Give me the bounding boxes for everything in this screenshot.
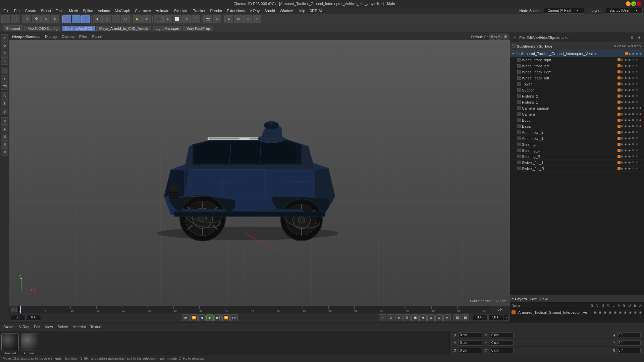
- menu-volume[interactable]: Volume: [96, 8, 112, 13]
- layers-menu-icon[interactable]: ≡: [512, 297, 514, 301]
- item-x-16[interactable]: ✕: [636, 155, 639, 158]
- lc-d[interactable]: ◉: [628, 311, 633, 314]
- item-v-10[interactable]: ◉: [621, 119, 624, 122]
- lt-s2[interactable]: S: [1, 100, 8, 107]
- item-a-1[interactable]: ✕: [632, 64, 635, 67]
- item-a-5[interactable]: ✕: [632, 88, 635, 92]
- lt-mode4[interactable]: ⊟: [1, 140, 8, 148]
- step-forward-button[interactable]: ⏩: [222, 314, 230, 321]
- item-a-15[interactable]: ✕: [632, 149, 635, 152]
- item-r-0[interactable]: ◉: [625, 58, 628, 61]
- mat-create[interactable]: Create: [1, 324, 16, 329]
- lt-camera[interactable]: 📷: [1, 82, 8, 90]
- lt-mode2[interactable]: ◈: [1, 125, 8, 132]
- root-expand-icon[interactable]: ▼: [512, 52, 515, 55]
- item-sq-8[interactable]: [618, 107, 621, 110]
- root-color-sq[interactable]: [625, 52, 628, 55]
- item-l-8[interactable]: ◉: [628, 107, 632, 110]
- render-button[interactable]: ▶: [133, 15, 142, 23]
- menu-vray[interactable]: V-Ray: [248, 8, 262, 13]
- item-l-6[interactable]: ◉: [628, 95, 632, 98]
- item-l-1[interactable]: ◉: [628, 64, 632, 67]
- menu-create[interactable]: Create: [23, 8, 38, 13]
- item-x-0[interactable]: ✕: [636, 58, 639, 61]
- item-x-11[interactable]: ✕: [636, 125, 639, 128]
- item-l-12[interactable]: ◉: [628, 131, 632, 134]
- transport-icon8[interactable]: ⊗: [435, 314, 443, 321]
- root-flag[interactable]: ◆: [639, 52, 643, 55]
- lc-a[interactable]: ◉: [618, 311, 623, 314]
- item-r-9[interactable]: ◉: [625, 113, 628, 116]
- item-r-17[interactable]: ◉: [625, 161, 628, 164]
- menu-edit[interactable]: Edit: [12, 8, 22, 13]
- menu-mograph[interactable]: MoGraph: [113, 8, 132, 13]
- menu-simulate[interactable]: Simulate: [172, 8, 191, 13]
- item-x-10[interactable]: ✕: [636, 119, 639, 122]
- transport-icon4[interactable]: ⊞: [403, 314, 411, 321]
- vp-panel-btn[interactable]: Panel: [90, 34, 104, 40]
- item-x-8[interactable]: ✕: [636, 107, 639, 110]
- item-x-13[interactable]: ✕: [636, 137, 639, 140]
- material-button[interactable]: ◈: [224, 15, 233, 23]
- mat-vray[interactable]: V-Ray: [17, 324, 31, 329]
- item-a-12[interactable]: ✕: [632, 131, 635, 134]
- vray-fastprep-button[interactable]: Vray FastPrep: [183, 26, 213, 31]
- menu-animate[interactable]: Animate: [154, 8, 171, 13]
- item-r-3[interactable]: ◉: [625, 76, 628, 79]
- live-selection-button[interactable]: ⊙: [22, 15, 31, 23]
- next-frame-button[interactable]: ▶|: [214, 314, 222, 321]
- lc-e[interactable]: ◉: [633, 311, 638, 314]
- item-sq-15[interactable]: [618, 149, 621, 152]
- maya-arnold-button[interactable]: Maya_Arnold_to_C4D_Arnold: [96, 26, 151, 31]
- item-sq-13[interactable]: [618, 137, 621, 140]
- item-a-9[interactable]: ✕: [632, 113, 635, 116]
- item-l-13[interactable]: ◉: [628, 137, 632, 140]
- layers-layer-row[interactable]: Armored_Tactical_Ground_Interceptor_Vehi…: [510, 309, 644, 316]
- item-r-12[interactable]: ◉: [625, 131, 628, 134]
- nurbs-button[interactable]: ⌒: [192, 15, 200, 23]
- material-thumb-0[interactable]: Armored: [1, 334, 19, 355]
- item-r-5[interactable]: ◉: [625, 88, 628, 92]
- rot-h-field[interactable]: 0 °: [617, 333, 641, 338]
- item-l-7[interactable]: ◉: [628, 101, 632, 104]
- item-x-5[interactable]: ✕: [636, 88, 639, 92]
- item-r-7[interactable]: ◉: [625, 101, 628, 104]
- render-all-button[interactable]: ⊳: [142, 15, 151, 23]
- layout-dropdown[interactable]: Startup (User) ▼: [606, 8, 643, 14]
- lt-mode5[interactable]: ⊗: [1, 148, 8, 156]
- item-r-10[interactable]: ◉: [625, 119, 628, 122]
- layer-color[interactable]: [512, 310, 516, 314]
- tree-item-12[interactable]: ⬛ Ammnition_2 ◉ ◉ ◉ ✕ ✕: [510, 129, 644, 135]
- field-button[interactable]: ⊞: [253, 15, 261, 23]
- menu-spline[interactable]: Spline: [81, 8, 95, 13]
- node-space-dropdown[interactable]: Current (V-Ray) ▼: [544, 8, 584, 14]
- lt-mode1[interactable]: ⊕: [1, 117, 8, 125]
- item-sq-3[interactable]: [618, 76, 621, 79]
- transport-icon6[interactable]: ◉: [419, 314, 427, 321]
- rp-object-menu[interactable]: Object: [541, 34, 548, 41]
- menu-help[interactable]: Help: [296, 8, 307, 13]
- import-button[interactable]: ⊕ Import: [3, 25, 23, 31]
- maximize-button[interactable]: □: [631, 1, 636, 6]
- transport-icon11[interactable]: ▦: [462, 314, 469, 321]
- menu-file[interactable]: File: [1, 8, 11, 13]
- menu-select[interactable]: Select: [39, 8, 53, 13]
- cylinder-button[interactable]: ⬜: [173, 15, 181, 23]
- item-v-6[interactable]: ◉: [621, 95, 624, 98]
- move-button[interactable]: ✥: [32, 15, 41, 23]
- object-tree[interactable]: ▼ ⬛ Armored_Tactical_Ground_Interceptor_…: [510, 50, 644, 295]
- item-flag-10[interactable]: ◆: [639, 119, 643, 122]
- lc-m[interactable]: ◉: [608, 311, 612, 314]
- transport-icon2[interactable]: ⊙: [387, 314, 394, 321]
- item-sq-12[interactable]: [618, 131, 621, 134]
- undo-button[interactable]: ↩: [1, 15, 10, 23]
- rp-bookmarks-menu[interactable]: Bookmarks: [556, 34, 562, 41]
- transport-icon9[interactable]: ≡: [443, 314, 451, 321]
- item-x-18[interactable]: ✕: [636, 167, 639, 170]
- item-sq-1[interactable]: [618, 64, 621, 67]
- vp-filter-btn[interactable]: Filter: [77, 34, 89, 40]
- root-render[interactable]: ◉: [636, 52, 639, 55]
- menu-window[interactable]: Window: [278, 8, 295, 13]
- item-v-16[interactable]: ◉: [621, 155, 624, 158]
- item-x-4[interactable]: ✕: [636, 82, 639, 85]
